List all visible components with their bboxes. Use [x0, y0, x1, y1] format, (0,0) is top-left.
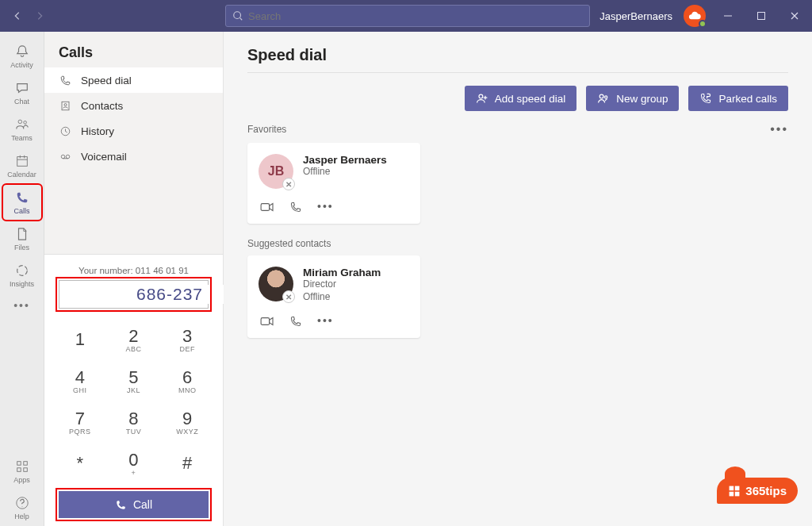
svg-point-16: [479, 94, 483, 98]
svg-rect-8: [17, 468, 21, 472]
dial-input-wrap: [59, 280, 209, 309]
panel-title: Calls: [44, 32, 223, 67]
contacts-icon: [59, 99, 71, 112]
svg-rect-4: [17, 157, 27, 167]
cloud-icon: [688, 11, 702, 21]
history-icon: [59, 125, 71, 137]
keypad-1[interactable]: 1: [54, 320, 106, 359]
nav-contacts[interactable]: Contacts: [44, 93, 223, 118]
forward-button[interactable]: [29, 5, 51, 27]
main-pane: Speed dial Add speed dial New group Park…: [224, 32, 812, 526]
video-icon[interactable]: [260, 200, 274, 214]
profile-avatar[interactable]: [684, 5, 706, 27]
avatar: JB ✕: [259, 154, 293, 189]
svg-rect-9: [23, 468, 27, 472]
keypad-7[interactable]: 7PQRS: [54, 402, 106, 442]
rail-files[interactable]: Files: [3, 221, 41, 256]
presence-offline-icon: ✕: [282, 178, 295, 190]
suggested-label: Suggested contacts: [224, 235, 812, 254]
parked-icon: [699, 92, 712, 105]
presence-indicator: [699, 20, 707, 28]
title-bar: JasperBernaers: [0, 0, 812, 32]
nav-history[interactable]: History: [44, 118, 223, 144]
section-more-icon[interactable]: •••: [770, 122, 788, 136]
bell-icon: [14, 44, 30, 60]
rail-calendar[interactable]: Calendar: [3, 148, 41, 183]
call-button[interactable]: Call: [59, 491, 209, 518]
page-title: Speed dial: [224, 32, 812, 72]
keypad: 12ABC3DEF4GHI5JKL6MNO7PQRS8TUV9WXYZ*0+#: [49, 315, 218, 488]
calendar-icon: [14, 153, 30, 169]
new-group-button[interactable]: New group: [586, 86, 679, 111]
app-rail: Activity Chat Teams Calendar Calls Files…: [0, 32, 44, 526]
favorite-card[interactable]: JB ✕ Jasper Bernaers Offline •••: [247, 143, 420, 224]
svg-rect-7: [23, 462, 27, 466]
svg-rect-21: [730, 486, 734, 490]
svg-point-18: [605, 96, 607, 98]
rail-more[interactable]: •••: [3, 294, 41, 318]
keypad-#[interactable]: #: [161, 443, 213, 483]
keypad-3[interactable]: 3DEF: [161, 320, 213, 359]
files-icon: [14, 226, 30, 242]
contact-name: Jasper Bernaers: [303, 154, 387, 166]
group-icon: [597, 92, 610, 105]
phone-icon[interactable]: [289, 314, 303, 328]
search-box[interactable]: [225, 5, 590, 27]
teams-icon: [14, 117, 30, 132]
parked-calls-button[interactable]: Parked calls: [688, 86, 788, 111]
keypad-0[interactable]: 0+: [108, 443, 160, 483]
svg-point-12: [64, 103, 67, 106]
close-button[interactable]: [783, 5, 806, 27]
rail-apps[interactable]: Apps: [3, 454, 41, 489]
phone-icon: [59, 74, 71, 86]
svg-point-2: [18, 120, 22, 124]
avatar: ✕: [259, 267, 293, 301]
nav-voicemail[interactable]: Voicemail: [44, 144, 223, 169]
phone-icon[interactable]: [289, 200, 303, 214]
add-speed-dial-button[interactable]: Add speed dial: [465, 86, 576, 111]
rail-chat[interactable]: Chat: [3, 75, 41, 110]
keypad-5[interactable]: 5JKL: [108, 361, 160, 401]
username-label: JasperBernaers: [599, 10, 672, 22]
voicemail-icon: [59, 150, 71, 163]
rail-teams[interactable]: Teams: [3, 112, 41, 147]
keypad-4[interactable]: 4GHI: [54, 361, 106, 401]
minimize-button[interactable]: [717, 5, 739, 27]
video-icon[interactable]: [260, 314, 274, 328]
keypad-2[interactable]: 2ABC: [108, 320, 160, 359]
keypad-*[interactable]: *: [54, 443, 106, 483]
rail-activity[interactable]: Activity: [3, 39, 41, 74]
rail-calls[interactable]: Calls: [3, 185, 41, 220]
svg-point-15: [66, 155, 70, 159]
keypad-8[interactable]: 8TUV: [108, 402, 160, 442]
maximize-button[interactable]: [750, 5, 772, 27]
calls-panel: Calls Speed dial Contacts History Voicem…: [44, 32, 224, 526]
svg-rect-1: [758, 13, 765, 20]
more-icon[interactable]: •••: [317, 314, 334, 328]
watermark-logo: 365tips: [717, 478, 798, 504]
rail-insights[interactable]: Insights: [3, 258, 41, 293]
search-icon: [232, 10, 243, 21]
nav-speed-dial[interactable]: Speed dial: [44, 67, 223, 93]
insights-icon: [14, 263, 30, 278]
svg-point-17: [599, 94, 603, 98]
rail-help[interactable]: Help: [3, 490, 41, 525]
presence-offline-icon: ✕: [282, 290, 295, 303]
search-input[interactable]: [248, 10, 583, 22]
keypad-9[interactable]: 9WXYZ: [161, 402, 213, 442]
contact-title: Director: [303, 278, 381, 291]
contact-status: Offline: [303, 166, 387, 179]
back-button[interactable]: [6, 5, 29, 27]
contact-name: Miriam Graham: [303, 267, 381, 278]
svg-point-3: [23, 121, 26, 125]
svg-point-0: [234, 12, 241, 19]
svg-point-14: [61, 155, 65, 159]
more-icon[interactable]: •••: [317, 200, 334, 214]
your-number-label: Your number: 011 46 01 91: [49, 263, 218, 280]
suggested-card[interactable]: ✕ Miriam Graham Director Offline •••: [247, 255, 420, 338]
keypad-6[interactable]: 6MNO: [161, 361, 213, 401]
favorites-label: Favorites •••: [224, 119, 812, 141]
apps-icon: [14, 459, 30, 474]
more-icon: •••: [14, 298, 30, 313]
chat-icon: [14, 80, 30, 96]
